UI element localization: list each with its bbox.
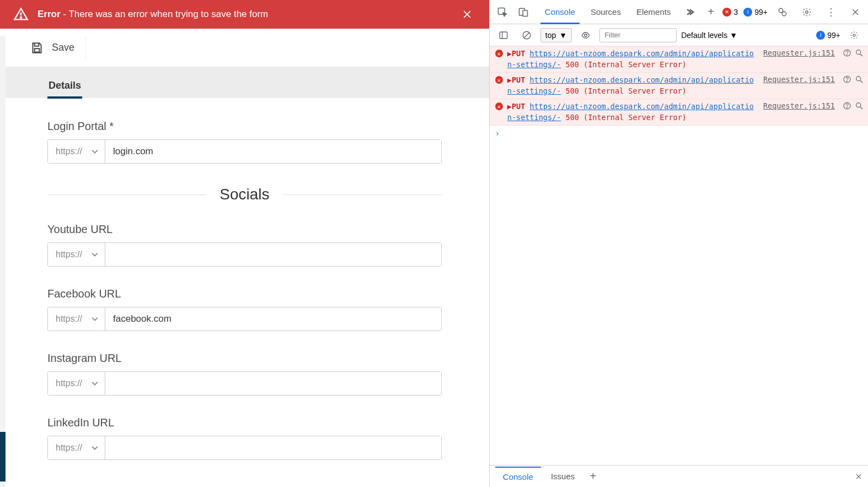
form-area: Login Portal * https:// Socials Youtube … xyxy=(0,98,489,487)
expand-arrow-icon[interactable]: ▶ xyxy=(507,75,512,84)
expand-arrow-icon[interactable]: ▶ xyxy=(507,49,512,58)
settings-link-icon[interactable] xyxy=(773,3,792,21)
ai-insight-icon[interactable] xyxy=(843,48,851,57)
svg-point-18 xyxy=(853,34,855,36)
more-tabs-icon[interactable] xyxy=(681,3,699,21)
gear-icon[interactable] xyxy=(797,3,816,21)
levels-select[interactable]: Default levels ▼ xyxy=(681,31,737,40)
warning-icon xyxy=(13,7,29,22)
devtools-tab-elements[interactable]: Elements xyxy=(629,0,679,24)
devtools-tab-console[interactable]: Console xyxy=(537,0,583,24)
svg-rect-13 xyxy=(500,32,507,39)
source-link[interactable]: Requester.js:151 xyxy=(763,48,835,57)
chevron-down-icon xyxy=(92,251,98,258)
devtools-tab-sources[interactable]: Sources xyxy=(583,0,629,24)
device-toggle-icon[interactable] xyxy=(514,3,533,21)
protocol-select[interactable]: https:// xyxy=(48,372,105,395)
console-error-row[interactable]: ✕▶PUT https://uat-nzoom.despark.com/admi… xyxy=(490,73,868,99)
linkedin-label: LinkedIn URL xyxy=(47,416,442,429)
save-icon xyxy=(30,41,44,55)
drawer-tab-issues[interactable]: Issues xyxy=(543,467,582,485)
svg-line-22 xyxy=(860,54,862,56)
sidebar-toggle-icon[interactable] xyxy=(494,26,513,45)
error-dot-icon: ✕ xyxy=(722,8,731,17)
drawer-tab-console[interactable]: Console xyxy=(495,467,541,486)
expand-arrow-icon[interactable]: ▶ xyxy=(507,102,512,111)
svg-point-9 xyxy=(782,12,786,16)
devtools-drawer: Console Issues + xyxy=(490,465,868,487)
instagram-input[interactable] xyxy=(105,372,441,395)
search-icon[interactable] xyxy=(855,101,864,110)
form-tabs: Details xyxy=(0,67,489,98)
chevron-down-icon xyxy=(92,445,98,451)
svg-rect-4 xyxy=(35,48,40,52)
toolbar: Save xyxy=(0,29,489,67)
error-count-badge[interactable]: ✕ 3 xyxy=(722,8,738,17)
live-expression-icon[interactable] xyxy=(576,26,595,45)
svg-line-30 xyxy=(860,107,862,109)
left-rail xyxy=(0,36,6,487)
svg-point-28 xyxy=(846,107,847,108)
error-circle-icon: ✕ xyxy=(495,102,503,110)
source-link[interactable]: Requester.js:151 xyxy=(763,101,835,110)
console-log-area: ✕▶PUT https://uat-nzoom.despark.com/admi… xyxy=(490,46,868,465)
add-tab-icon[interactable]: + xyxy=(701,3,720,21)
search-icon[interactable] xyxy=(855,75,864,84)
close-banner-button[interactable] xyxy=(458,6,476,23)
login-portal-label: Login Portal * xyxy=(47,120,442,133)
console-settings-icon[interactable] xyxy=(845,26,864,45)
save-button[interactable]: Save xyxy=(19,35,86,61)
chevron-down-icon xyxy=(92,380,98,387)
caret-down-icon: ▼ xyxy=(730,31,737,40)
svg-point-1 xyxy=(20,17,22,18)
console-toolbar: top ▼ Default levels ▼ i 99+ xyxy=(490,24,868,46)
info-dot-icon: i xyxy=(816,31,825,40)
warning-count-badge[interactable]: i 99+ xyxy=(743,8,768,17)
kebab-icon[interactable]: ⋮ xyxy=(822,3,840,21)
ai-insight-icon[interactable] xyxy=(843,75,851,84)
context-select[interactable]: top ▼ xyxy=(540,28,572,42)
protocol-select[interactable]: https:// xyxy=(48,436,105,459)
drawer-close-icon[interactable] xyxy=(855,473,862,480)
filter-input[interactable] xyxy=(599,28,677,42)
protocol-select[interactable]: https:// xyxy=(48,243,105,266)
issues-badge[interactable]: i 99+ xyxy=(816,31,840,40)
youtube-input[interactable] xyxy=(105,243,441,266)
caret-down-icon: ▼ xyxy=(559,31,567,40)
svg-point-8 xyxy=(779,8,783,13)
close-devtools-icon[interactable] xyxy=(846,3,865,21)
linkedin-input[interactable] xyxy=(105,436,441,459)
source-link[interactable]: Requester.js:151 xyxy=(763,75,835,84)
protocol-select[interactable]: https:// xyxy=(48,140,105,163)
field-facebook: Facebook URL https:// xyxy=(47,288,442,331)
console-prompt[interactable]: › xyxy=(490,126,868,141)
save-label: Save xyxy=(52,42,74,53)
field-linkedin: LinkedIn URL https:// xyxy=(47,416,442,460)
log-message: ▶PUT https://uat-nzoom.despark.com/admin… xyxy=(507,48,754,70)
field-youtube: Youtube URL https:// xyxy=(47,223,442,267)
instagram-label: Instagram URL xyxy=(47,352,442,365)
facebook-label: Facebook URL xyxy=(47,288,442,300)
log-message: ▶PUT https://uat-nzoom.despark.com/admin… xyxy=(507,75,754,96)
app-panel: Error - There was an error when trying t… xyxy=(0,0,489,487)
svg-point-21 xyxy=(856,50,861,55)
console-error-row[interactable]: ✕▶PUT https://uat-nzoom.despark.com/admi… xyxy=(490,46,868,73)
error-circle-icon: ✕ xyxy=(495,76,503,84)
svg-point-24 xyxy=(846,81,847,82)
inspect-icon[interactable] xyxy=(493,3,512,21)
drawer-add-icon[interactable]: + xyxy=(585,470,601,483)
devtools-panel: Console Sources Elements + ✕ 3 i 99+ xyxy=(489,0,868,487)
devtools-header: Console Sources Elements + ✕ 3 i 99+ xyxy=(490,0,868,24)
svg-point-25 xyxy=(856,77,861,81)
error-banner: Error - There was an error when trying t… xyxy=(0,0,489,29)
clear-console-icon[interactable] xyxy=(517,26,536,45)
search-icon[interactable] xyxy=(855,48,864,57)
console-error-row[interactable]: ✕▶PUT https://uat-nzoom.despark.com/admi… xyxy=(490,99,868,126)
tab-details[interactable]: Details xyxy=(47,72,82,98)
protocol-select[interactable]: https:// xyxy=(48,307,105,331)
facebook-input[interactable] xyxy=(105,307,441,331)
login-portal-input[interactable] xyxy=(105,140,441,163)
svg-point-17 xyxy=(585,34,587,36)
ai-insight-icon[interactable] xyxy=(843,101,851,110)
error-circle-icon: ✕ xyxy=(495,50,503,57)
